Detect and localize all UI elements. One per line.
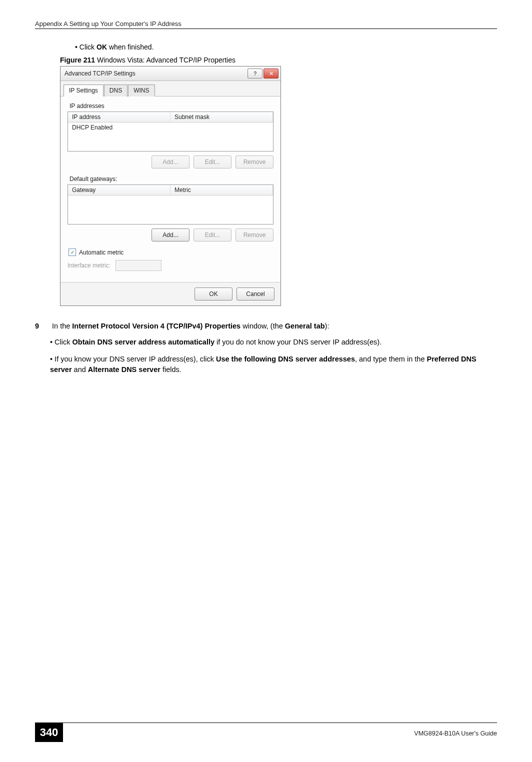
step-text-p1: In the [52, 322, 72, 330]
tab-wins[interactable]: WINS [128, 84, 154, 96]
figure-caption-label: Figure 211 [60, 56, 95, 64]
tab-dns[interactable]: DNS [104, 84, 128, 96]
step-text-b1: Internet Protocol Version 4 (TCP/IPv4) P… [72, 322, 240, 330]
ip-add-button[interactable]: Add... [152, 156, 190, 168]
gw-add-button[interactable]: Add... [152, 228, 190, 242]
automatic-metric-checkbox[interactable]: ✓ [68, 248, 76, 256]
ip-addresses-label: IP addresses [70, 102, 274, 110]
step-text-b2: General tab [285, 322, 325, 330]
tab-ip-settings[interactable]: IP Settings [64, 84, 104, 96]
ip-addresses-listbox[interactable]: IP address Subnet mask DHCP Enabled [68, 112, 274, 152]
sub-bullets: • Click Obtain DNS server address automa… [50, 337, 497, 376]
cancel-button[interactable]: Cancel [236, 288, 274, 300]
gw-remove-button[interactable]: Remove [236, 228, 274, 242]
automatic-metric-label: Automatic metric [79, 249, 124, 256]
interface-metric-label: Interface metric: [68, 262, 110, 269]
intro-bullet-prefix: • Click [75, 43, 96, 51]
intro-bullet: • Click OK when finished. [75, 43, 497, 51]
step-number: 9 [35, 321, 50, 332]
ip-col-address: IP address [68, 112, 170, 122]
advanced-tcpip-dialog: Advanced TCP/IP Settings ? ✕ IP Settings… [60, 66, 281, 306]
step-line: In the Internet Protocol Version 4 (TCP/… [52, 321, 472, 332]
interface-metric-input [116, 260, 162, 271]
tab-body: IP addresses IP address Subnet mask DHCP… [60, 96, 280, 282]
page-header: Appendix A Setting up Your Computer's IP… [35, 20, 497, 29]
gateways-label: Default gateways: [70, 176, 274, 182]
interface-metric-row: Interface metric: [68, 260, 274, 271]
step-text-p3: ): [325, 322, 330, 330]
page-footer: 340 VMG8924-B10A User's Guide [35, 722, 497, 742]
ip-edit-button[interactable]: Edit... [194, 156, 232, 168]
sub-bullet-1: • Click Obtain DNS server address automa… [50, 337, 497, 348]
step-block: 9 In the Internet Protocol Version 4 (TC… [35, 321, 497, 376]
gw-list-header: Gateway Metric [68, 185, 273, 196]
ip-list-header: IP address Subnet mask [68, 112, 273, 122]
gw-col-metric: Metric [170, 185, 273, 195]
sub-bullet-2: • If you know your DNS server IP address… [50, 354, 497, 376]
ip-list-row[interactable]: DHCP Enabled [68, 122, 273, 132]
gateways-listbox[interactable]: Gateway Metric [68, 184, 274, 224]
dialog-title: Advanced TCP/IP Settings [64, 70, 136, 77]
ip-col-subnet: Subnet mask [170, 112, 273, 122]
page-number: 340 [35, 723, 63, 742]
step-text-p2: window, (the [240, 322, 285, 330]
footer-guide-text: VMG8924-B10A User's Guide [414, 730, 497, 737]
figure-caption: Figure 211 Windows Vista: Advanced TCP/I… [60, 56, 497, 64]
ok-button[interactable]: OK [194, 288, 232, 300]
dialog-titlebar: Advanced TCP/IP Settings ? ✕ [60, 66, 280, 81]
intro-bullet-suffix: when finished. [107, 43, 154, 51]
ip-remove-button[interactable]: Remove [236, 156, 274, 168]
tabstrip: IP Settings DNS WINS [60, 81, 280, 96]
intro-bullet-bold: OK [96, 43, 107, 51]
gw-edit-button[interactable]: Edit... [194, 228, 232, 242]
dialog-footer: OK Cancel [60, 282, 280, 306]
automatic-metric-row: ✓ Automatic metric [68, 248, 274, 256]
gw-col-gateway: Gateway [68, 185, 170, 195]
close-button[interactable]: ✕ [264, 68, 278, 78]
figure-caption-text: Windows Vista: Advanced TCP/IP Propertie… [95, 56, 236, 64]
help-button[interactable]: ? [248, 68, 262, 78]
